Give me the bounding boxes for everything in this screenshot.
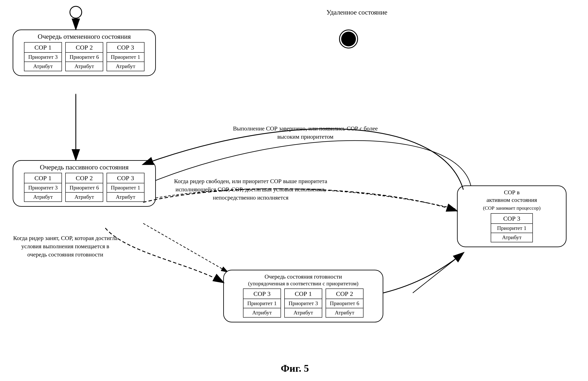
ready-cop2-name: СОР 1 [285, 289, 322, 299]
cancelled-cop2-name: СОР 2 [66, 43, 103, 53]
ready-cops-row: СОР 3 Приоритет 1 Атрибут СОР 1 Приорите… [238, 289, 369, 322]
active-cop: СОР 3 Приоритет 1 Атрибут [491, 213, 533, 242]
passive-cop3-priority: Приоритет 1 [107, 183, 144, 193]
passive-cop1-priority: Приоритет 3 [24, 183, 62, 193]
transition-ready-label: Когда ридер занят, СОР, которая достигла… [13, 234, 118, 259]
cancelled-cop1-attr: Атрибут [24, 62, 62, 71]
passive-cop2-priority: Приоритет 6 [66, 183, 103, 193]
cancelled-cops-row: СОР 1 Приоритет 3 Атрибут СОР 2 Приорите… [19, 42, 149, 75]
cancelled-cop1-priority: Приоритет 3 [24, 53, 62, 62]
start-node [69, 6, 82, 19]
passive-cop-1: СОР 1 Приоритет 3 Атрибут [24, 173, 62, 202]
remote-state-label: Удаленное состояние [326, 8, 387, 16]
figure-caption: Фиг. 5 [232, 362, 358, 374]
ready-cop2-attr: Атрибут [285, 308, 322, 317]
active-cop-name: СОР 3 [491, 214, 532, 224]
passive-cop1-name: СОР 1 [24, 173, 62, 183]
passive-queue: Очередь пассивного состояния СОР 1 Приор… [13, 160, 156, 207]
cancelled-cop3-priority: Приоритет 1 [107, 53, 144, 62]
active-box: СОР вактивном состояния(СОР занимает про… [457, 185, 567, 247]
active-cop-priority: Приоритет 1 [491, 224, 532, 233]
cancelled-cop3-name: СОР 3 [107, 43, 144, 53]
ready-cop-2: СОР 1 Приоритет 3 Атрибут [284, 289, 322, 317]
ready-cop3-attr: Атрибут [326, 308, 363, 317]
passive-cop2-attr: Атрибут [66, 193, 103, 202]
passive-cop3-name: СОР 3 [107, 173, 144, 183]
cancelled-cop1-name: СОР 1 [24, 43, 62, 53]
active-cop-attr: Атрибут [491, 233, 532, 242]
passive-cop1-attr: Атрибут [24, 193, 62, 202]
ready-cop-3: СОР 2 Приоритет 6 Атрибут [326, 289, 363, 317]
transition-completed-label: Выполнение СОР завершено, или появились … [232, 124, 379, 141]
ready-cop-1: СОР 3 Приоритет 1 Атрибут [243, 289, 281, 317]
cancelled-cop-2: СОР 2 Приоритет 6 Атрибут [65, 42, 103, 71]
passive-cops-row: СОР 1 Приоритет 3 Атрибут СОР 2 Приорите… [19, 173, 149, 206]
cancelled-queue-label: Очередь отмененного состояния [38, 33, 131, 41]
ready-cop1-priority: Приоритет 1 [243, 299, 280, 308]
passive-cop2-name: СОР 2 [66, 173, 103, 183]
ready-queue-label: Очередь состояния готовности(упорядоченн… [248, 273, 358, 287]
svg-line-4 [143, 223, 228, 272]
passive-cop-2: СОР 2 Приоритет 6 Атрибут [65, 173, 103, 202]
end-node-outer [339, 29, 358, 48]
cancelled-cop-1: СОР 1 Приоритет 3 Атрибут [24, 42, 62, 71]
ready-queue: Очередь состояния готовности(упорядоченн… [223, 270, 383, 322]
active-cops-row: СОР 3 Приоритет 1 Атрибут [486, 213, 538, 247]
cancelled-queue: Очередь отмененного состояния СОР 1 Прио… [13, 29, 156, 76]
passive-queue-label: Очередь пассивного состояния [40, 163, 128, 171]
ready-cop3-priority: Приоритет 6 [326, 299, 363, 308]
ready-cop1-name: СОР 3 [243, 289, 280, 299]
diagram-container: Удаленное состояние Очередь отмененного … [0, 0, 588, 381]
active-box-label: СОР вактивном состояния(СОР занимает про… [483, 189, 541, 212]
passive-cop-3: СОР 3 Приоритет 1 Атрибут [106, 173, 145, 202]
end-node [341, 32, 356, 46]
transition-direct-label: Когда ридер свободен, или приоритет СОР … [168, 177, 333, 202]
ready-cop1-attr: Атрибут [243, 308, 280, 317]
cancelled-cop2-priority: Приоритет 6 [66, 53, 103, 62]
cancelled-cop2-attr: Атрибут [66, 62, 103, 71]
cancelled-cop-3: СОР 3 Приоритет 1 Атрибут [106, 42, 145, 71]
ready-cop2-priority: Приоритет 3 [285, 299, 322, 308]
svg-line-5 [413, 253, 463, 293]
passive-cop3-attr: Атрибут [107, 193, 144, 202]
ready-cop3-name: СОР 2 [326, 289, 363, 299]
cancelled-cop3-attr: Атрибут [107, 62, 144, 71]
